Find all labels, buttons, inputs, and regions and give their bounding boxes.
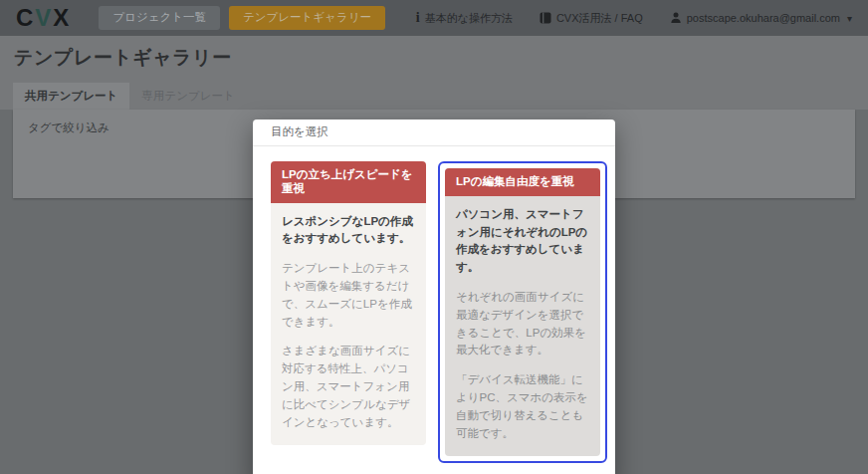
option-card-launch-speed[interactable]: LPの立ち上げスピードを重視 レスポンシブなLPの作成をおすすめしています。 テ… (271, 161, 426, 446)
option-body-launch-speed: レスポンシブなLPの作成をおすすめしています。 テンプレート上のテキストや画像を… (271, 203, 426, 446)
selection-ring: LPの編集自由度を重視 パソコン用、スマートフォン用にそれぞれのLPの作成をおす… (438, 161, 607, 464)
purpose-select-modal: 目的を選択 LPの立ち上げスピードを重視 レスポンシブなLPの作成をおすすめして… (253, 119, 615, 474)
app-window: C V X プロジェクト一覧 テンプレートギャラリー i 基本的な操作方法 CV… (0, 0, 868, 474)
option-paragraph: それぞれの画面サイズに最適なデザインを選択できることで、LPの効果を最大化できま… (456, 289, 589, 359)
option-heading-edit-flexibility: LPの編集自由度を重視 (445, 168, 600, 196)
modal-title: 目的を選択 (253, 119, 615, 146)
option-heading-launch-speed: LPの立ち上げスピードを重視 (271, 161, 426, 203)
option-paragraph: 「デバイス転送機能」によりPC、スマホの表示を自動で切り替えることも可能です。 (456, 371, 589, 442)
option-paragraph: レスポンシブなLPの作成をおすすめしています。 (282, 213, 415, 249)
modal-body: LPの立ち上げスピードを重視 レスポンシブなLPの作成をおすすめしています。 テ… (253, 146, 615, 474)
option-paragraph: さまざまな画面サイズに対応する特性上、パソコン用、スマートフォン用に比べてシンプ… (282, 343, 415, 431)
option-paragraph: パソコン用、スマートフォン用にそれぞれのLPの作成をおすすめしています。 (456, 206, 589, 277)
option-card-edit-flexibility[interactable]: LPの編集自由度を重視 パソコン用、スマートフォン用にそれぞれのLPの作成をおす… (445, 168, 600, 457)
option-body-edit-flexibility: パソコン用、スマートフォン用にそれぞれのLPの作成をおすすめしています。 それぞ… (445, 196, 600, 457)
option-paragraph: テンプレート上のテキストや画像を編集するだけで、スムーズにLPを作成できます。 (282, 260, 415, 331)
